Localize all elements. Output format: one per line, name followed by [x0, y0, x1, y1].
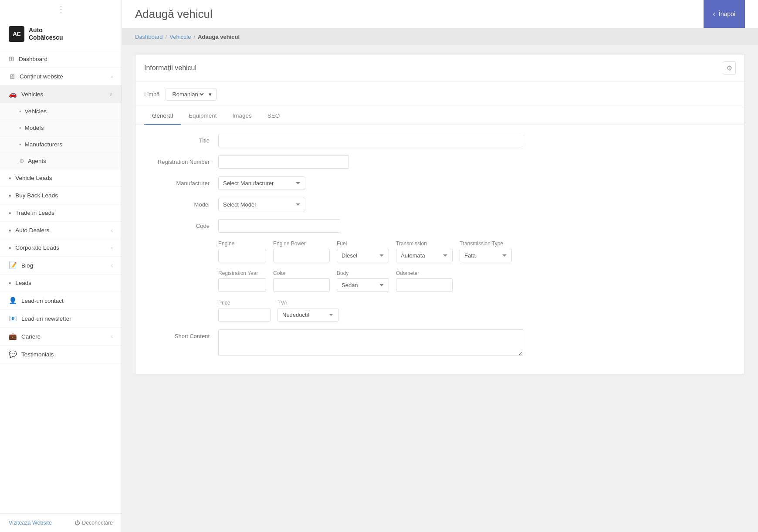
odometer-input[interactable]: [396, 278, 453, 292]
short-content-textarea[interactable]: [218, 329, 523, 356]
sidebar-item-lead-uri-contact[interactable]: 👤 Lead-uri contact: [0, 292, 122, 310]
logo-icon: AC: [9, 26, 24, 42]
sidebar-item-label: Leads: [15, 280, 31, 286]
sidebar-item-label: Cariere: [21, 333, 41, 340]
main-content: Adaugă vehicul ‹ Înapoi Dashboard / Vehi…: [122, 0, 758, 532]
model-select[interactable]: Select Model: [218, 198, 305, 211]
sidebar-item-vehicles[interactable]: 🚗 Vehicles ∨: [0, 85, 122, 103]
chevron-icon: ‹: [111, 262, 113, 268]
email-icon: 📧: [9, 315, 17, 322]
sidebar-item-lead-uri-newsletter[interactable]: 📧 Lead-uri newsletter: [0, 310, 122, 328]
price-fields: Price TVA Nedeductil Deductil: [218, 300, 731, 322]
model-label: Model: [149, 198, 218, 208]
briefcase-icon: 💼: [9, 332, 17, 340]
back-arrow: ‹: [713, 10, 715, 18]
tab-equipment[interactable]: Equipment: [181, 107, 225, 125]
fuel-select[interactable]: Diesel Petrol Electric Hybrid: [337, 249, 389, 262]
engine-power-input[interactable]: [273, 249, 330, 262]
sidebar-item-blog[interactable]: 📝 Blog ‹: [0, 257, 122, 274]
logout-icon: ⏻: [74, 520, 80, 526]
sidebar-item-vehicles-sub[interactable]: ▪ Vehicles: [0, 103, 122, 120]
title-label: Title: [149, 134, 218, 144]
manufacturer-select[interactable]: Select Manufacturer: [218, 176, 305, 190]
reg-year-input[interactable]: [218, 278, 266, 292]
sidebar-item-dashboard[interactable]: ⊞ Dashboard: [0, 50, 122, 68]
sidebar-item-agents[interactable]: ⚙ Agents: [0, 153, 122, 169]
tab-images[interactable]: Images: [225, 107, 260, 125]
tva-group: TVA Nedeductil Deductil: [277, 300, 338, 322]
card-title: Informații vehicul: [144, 64, 196, 72]
manufacturer-row: Manufacturer Select Manufacturer: [149, 176, 731, 190]
sidebar-logo: AC Auto Cobâlcescu: [0, 18, 122, 50]
breadcrumb-dashboard[interactable]: Dashboard: [135, 34, 163, 40]
title-input[interactable]: [218, 134, 523, 147]
code-input[interactable]: [218, 219, 340, 233]
engine-input[interactable]: [218, 249, 266, 262]
sidebar-item-label: Lead-uri newsletter: [21, 315, 71, 322]
back-label: Înapoi: [719, 10, 735, 17]
more-icon: ⋮: [57, 5, 65, 14]
transmission-group: Transmission Automata Manuala: [396, 241, 453, 262]
testimonial-icon: 💬: [9, 350, 17, 358]
spacer-label2: [149, 270, 218, 274]
breadcrumb-vehicule[interactable]: Vehicule: [169, 34, 191, 40]
price-group: Price: [218, 300, 271, 322]
sidebar-item-label: Vehicles: [25, 108, 47, 115]
page-title: Adaugă vehicul: [135, 7, 213, 21]
engine-label: Engine: [218, 241, 266, 247]
user-icon: 👤: [9, 297, 17, 305]
price-input[interactable]: [218, 308, 271, 322]
sidebar-item-label: Buy Back Leads: [15, 192, 58, 199]
sidebar-item-label: Trade in Leads: [15, 210, 54, 216]
visit-website-link[interactable]: Vizitează Website: [9, 520, 52, 526]
transmission-type-label: Transmission Type: [460, 241, 512, 247]
body-select[interactable]: Sedan SUV Hatchback Coupe Cabriolet: [337, 278, 389, 292]
transmission-type-select[interactable]: Fata Spate 4x4: [460, 249, 512, 262]
tva-select[interactable]: Nedeductil Deductil: [277, 308, 338, 322]
sidebar-item-label: Lead-uri contact: [21, 298, 64, 304]
sidebar-item-continut[interactable]: 🖥 Conținut website ‹: [0, 68, 122, 85]
sidebar-item-buy-back-leads[interactable]: ▪ Buy Back Leads: [0, 187, 122, 204]
form-body: Title Registration Number Manu: [135, 125, 744, 374]
language-select-input[interactable]: Romanian: [170, 91, 205, 98]
sidebar-item-trade-in-leads[interactable]: ▪ Trade in Leads: [0, 204, 122, 222]
language-label: Limbă: [144, 91, 159, 98]
engine-row: Engine Engine Power Fuel Diesel: [149, 241, 731, 262]
gear-icon: ⚙: [19, 158, 24, 164]
logout-button[interactable]: ⏻ Deconectare: [74, 520, 113, 526]
logo-text: Auto Cobâlcescu: [29, 27, 63, 41]
gear-icon: ⚙: [726, 64, 732, 72]
monitor-icon: 🖥: [9, 73, 15, 80]
body-group: Body Sedan SUV Hatchback Coupe Cabriolet: [337, 270, 389, 292]
sidebar-footer: Vizitează Website ⏻ Deconectare: [0, 513, 122, 532]
chevron-icon: ‹: [111, 333, 113, 339]
language-selector[interactable]: Romanian ▾: [166, 88, 217, 101]
sidebar-item-vehicle-leads[interactable]: ▪ Vehicle Leads: [0, 169, 122, 187]
short-content-label: Short Content: [149, 329, 218, 339]
tva-label: TVA: [277, 300, 338, 306]
sidebar-item-cariere[interactable]: 💼 Cariere ‹: [0, 328, 122, 346]
tab-seo[interactable]: SEO: [260, 107, 288, 125]
sidebar-more-menu[interactable]: ⋮: [0, 0, 122, 18]
fuel-group: Fuel Diesel Petrol Electric Hybrid: [337, 241, 389, 262]
sidebar-item-testimonials[interactable]: 💬 Testimonials: [0, 346, 122, 363]
sidebar-item-corporate-leads[interactable]: ▪ Corporate Leads ‹: [0, 239, 122, 257]
tab-general[interactable]: General: [144, 107, 181, 125]
breadcrumb-current: Adaugă vehicul: [198, 34, 240, 40]
color-input[interactable]: [273, 278, 330, 292]
sidebar-item-manufacturers[interactable]: ▪ Manufacturers: [0, 136, 122, 153]
sidebar-item-leads[interactable]: ▪ Leads: [0, 274, 122, 292]
car-icon: 🚗: [9, 90, 17, 98]
transmission-select[interactable]: Automata Manuala: [396, 249, 453, 262]
reg-number-input[interactable]: [218, 155, 349, 169]
folder-icon: ▪: [9, 279, 11, 287]
code-row: Code: [149, 219, 731, 233]
sidebar-item-models[interactable]: ▪ Models: [0, 120, 122, 136]
back-button[interactable]: ‹ Înapoi: [704, 0, 745, 28]
reg-number-control: [218, 155, 731, 169]
sidebar-item-auto-dealers[interactable]: ▪ Auto Dealers ‹: [0, 222, 122, 239]
settings-button[interactable]: ⚙: [723, 61, 736, 75]
price-row: Price TVA Nedeductil Deductil: [149, 300, 731, 322]
chevron-icon: ‹: [111, 227, 113, 234]
year-row: Registration Year Color Body Sedan: [149, 270, 731, 292]
